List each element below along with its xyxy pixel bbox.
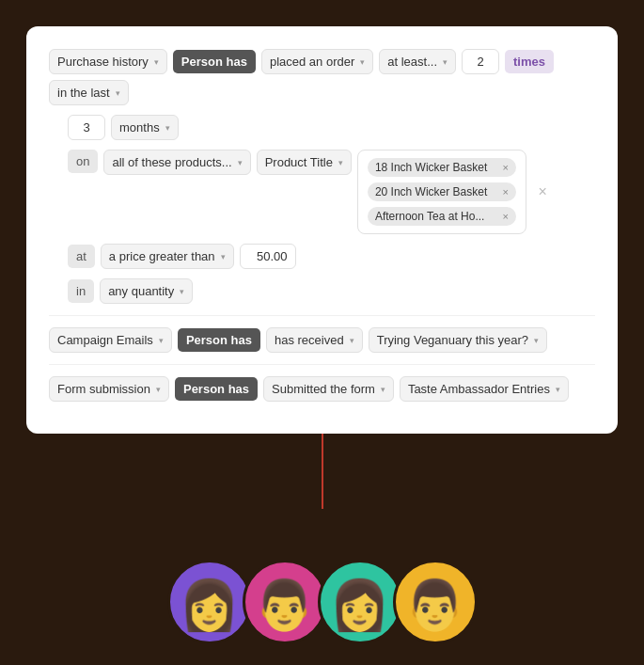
campaign-person-badge: Person has bbox=[178, 328, 260, 352]
tag-text: 18 Inch Wicker Basket bbox=[375, 161, 487, 174]
action-dropdown[interactable]: placed an order ▾ bbox=[261, 49, 373, 74]
tag-item: Afternoon Tea at Ho... × bbox=[368, 207, 516, 226]
tag-close-icon[interactable]: × bbox=[502, 163, 508, 173]
products-row: on all of these products... ▾ Product Ti… bbox=[68, 150, 595, 234]
price-row: at a price greater than ▾ bbox=[68, 244, 595, 269]
chevron-down-icon: ▾ bbox=[338, 158, 343, 167]
form-action-label: Submitted the form bbox=[272, 382, 375, 396]
chevron-down-icon: ▾ bbox=[238, 158, 243, 167]
chevron-down-icon: ▾ bbox=[116, 88, 120, 98]
months-input[interactable] bbox=[68, 115, 105, 140]
chevron-down-icon: ▾ bbox=[156, 385, 161, 394]
tag-text: Afternoon Tea at Ho... bbox=[375, 210, 485, 223]
campaign-name-label: Trying Veganuary this year? bbox=[377, 333, 528, 347]
action-label: placed an order bbox=[270, 55, 354, 69]
form-name-label: Taste Ambassador Entries bbox=[408, 382, 550, 396]
months-dropdown[interactable]: months ▾ bbox=[111, 115, 179, 140]
form-source-label: Form submission bbox=[57, 382, 150, 396]
frequency-dropdown[interactable]: at least... ▾ bbox=[379, 49, 456, 74]
form-source-dropdown[interactable]: Form submission ▾ bbox=[49, 376, 169, 402]
campaign-source-label: Campaign Emails bbox=[57, 333, 153, 347]
months-label: months bbox=[119, 120, 160, 135]
frequency-label: at least... bbox=[387, 55, 437, 69]
avatars-section: 👩 👨 👩 👨 bbox=[167, 560, 478, 644]
price-input[interactable] bbox=[240, 244, 296, 269]
campaign-action-dropdown[interactable]: has received ▾ bbox=[266, 327, 363, 353]
chevron-down-icon: ▾ bbox=[159, 336, 164, 345]
attribute-dropdown[interactable]: Product Title ▾ bbox=[257, 150, 352, 175]
quantity-label: any quantity bbox=[108, 284, 174, 298]
condition-label: a price greater than bbox=[109, 249, 215, 263]
person-badge: Person has bbox=[173, 50, 256, 73]
quantity-row: in any quantity ▾ bbox=[68, 278, 595, 304]
attribute-label: Product Title bbox=[265, 155, 333, 169]
period-dropdown[interactable]: in the last ▾ bbox=[49, 80, 129, 105]
form-action-dropdown[interactable]: Submitted the form ▾ bbox=[263, 376, 394, 402]
times-badge: times bbox=[505, 50, 554, 73]
chevron-down-icon: ▾ bbox=[165, 123, 170, 133]
products-dropdown[interactable]: all of these products... ▾ bbox=[103, 150, 250, 175]
tag-item: 18 Inch Wicker Basket × bbox=[368, 158, 516, 177]
form-person-badge: Person has bbox=[175, 377, 258, 401]
avatar-emoji-1: 👩 bbox=[179, 580, 240, 629]
tag-close-icon[interactable]: × bbox=[502, 212, 508, 222]
chevron-down-icon: ▾ bbox=[350, 336, 354, 345]
campaign-row: Campaign Emails ▾ Person has has receive… bbox=[49, 327, 595, 353]
chevron-down-icon: ▾ bbox=[556, 385, 560, 394]
on-badge: on bbox=[68, 150, 98, 173]
tag-close-icon[interactable]: × bbox=[502, 187, 508, 198]
avatar-3: 👩 bbox=[318, 560, 402, 644]
purchase-history-row: Purchase history ▾ Person has placed an … bbox=[49, 49, 595, 105]
chevron-down-icon: ▾ bbox=[180, 287, 184, 296]
campaign-action-label: has received bbox=[275, 333, 344, 347]
tags-container-close-icon[interactable]: × bbox=[539, 184, 547, 199]
form-name-dropdown[interactable]: Taste Ambassador Entries ▾ bbox=[400, 376, 569, 402]
campaign-name-dropdown[interactable]: Trying Veganuary this year? ▾ bbox=[369, 327, 547, 353]
campaign-source-dropdown[interactable]: Campaign Emails ▾ bbox=[49, 327, 172, 353]
period-label: in the last bbox=[57, 86, 110, 100]
quantity-dropdown[interactable]: any quantity ▾ bbox=[100, 278, 193, 304]
tag-item: 20 Inch Wicker Basket × bbox=[368, 182, 516, 201]
condition-dropdown[interactable]: a price greater than ▾ bbox=[101, 244, 234, 269]
top-panel: Purchase history ▾ Person has placed an … bbox=[26, 26, 618, 434]
avatar-1: 👩 bbox=[167, 560, 252, 644]
source-dropdown[interactable]: Purchase history ▾ bbox=[49, 49, 167, 74]
form-submission-row: Form submission ▾ Person has Submitted t… bbox=[49, 376, 595, 402]
in-badge: in bbox=[68, 279, 94, 303]
chevron-down-icon: ▾ bbox=[360, 57, 365, 67]
months-row: months ▾ bbox=[68, 115, 595, 140]
chevron-down-icon: ▾ bbox=[221, 252, 226, 261]
avatar-emoji-3: 👩 bbox=[329, 580, 390, 629]
tag-text: 20 Inch Wicker Basket bbox=[375, 185, 487, 198]
tags-container: 18 Inch Wicker Basket × 20 Inch Wicker B… bbox=[357, 150, 526, 234]
at-badge: at bbox=[68, 245, 95, 268]
avatar-emoji-4: 👨 bbox=[404, 580, 465, 629]
connector-line bbox=[322, 434, 323, 509]
products-label: all of these products... bbox=[112, 155, 231, 169]
avatar-2: 👨 bbox=[243, 560, 327, 644]
chevron-down-icon: ▾ bbox=[534, 336, 539, 345]
chevron-down-icon: ▾ bbox=[443, 57, 448, 67]
avatar-4: 👨 bbox=[393, 560, 478, 644]
source-label: Purchase history bbox=[57, 55, 149, 69]
avatar-emoji-2: 👨 bbox=[254, 580, 315, 629]
chevron-down-icon: ▾ bbox=[154, 57, 159, 67]
count-input[interactable] bbox=[462, 49, 499, 74]
chevron-down-icon: ▾ bbox=[381, 385, 385, 394]
